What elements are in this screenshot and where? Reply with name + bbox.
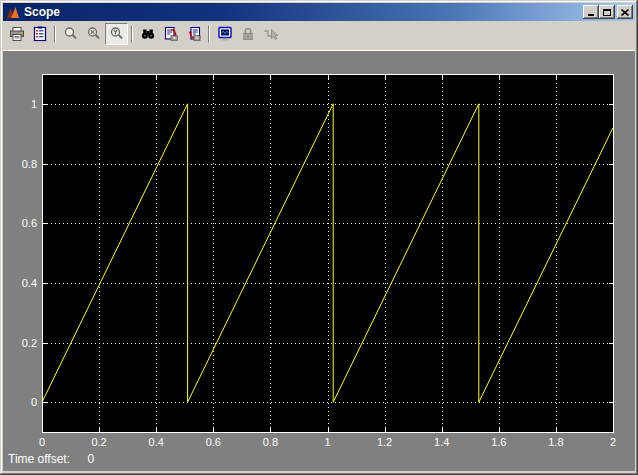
- svg-text:0.4: 0.4: [149, 436, 164, 448]
- zoom-y-icon: [109, 26, 125, 42]
- signal-selection-button[interactable]: [259, 23, 282, 45]
- toolbar-separator: [54, 25, 56, 43]
- matlab-logo-icon: [5, 5, 21, 19]
- scope-plot[interactable]: 00.20.40.60.811.21.41.61.8200.20.40.60.8…: [3, 51, 635, 471]
- svg-text:0.6: 0.6: [206, 436, 221, 448]
- signal-selection-icon: [263, 26, 279, 42]
- maximize-icon: [603, 9, 611, 16]
- svg-text:0.4: 0.4: [22, 277, 37, 289]
- titlebar[interactable]: Scope: [3, 3, 635, 21]
- svg-text:1: 1: [324, 436, 330, 448]
- scope-window: Scope: [0, 0, 638, 475]
- floating-scope-icon: [217, 26, 233, 42]
- zoom-x-icon: [86, 26, 102, 42]
- svg-text:0.8: 0.8: [263, 436, 278, 448]
- lock-axes-button[interactable]: [236, 23, 259, 45]
- autoscale-button[interactable]: [136, 23, 159, 45]
- binoculars-icon: [140, 26, 156, 42]
- close-button[interactable]: [617, 5, 633, 19]
- time-offset-label: Time offset:: [8, 452, 70, 466]
- svg-text:1: 1: [31, 98, 37, 110]
- window-title: Scope: [24, 3, 583, 21]
- restore-axes-button[interactable]: [182, 23, 205, 45]
- time-offset: Time offset: 0: [8, 452, 94, 466]
- toolbar-separator: [208, 25, 210, 43]
- print-button[interactable]: [5, 23, 28, 45]
- svg-text:0.2: 0.2: [22, 337, 37, 349]
- svg-text:1.4: 1.4: [434, 436, 449, 448]
- svg-text:0.8: 0.8: [22, 158, 37, 170]
- svg-text:0: 0: [39, 436, 45, 448]
- zoom-button[interactable]: [59, 23, 82, 45]
- time-offset-value: 0: [87, 452, 94, 466]
- save-axes-button[interactable]: [159, 23, 182, 45]
- save-axes-icon: [163, 26, 179, 42]
- minimize-icon: [588, 14, 594, 16]
- figure-area: 00.20.40.60.811.21.41.61.8200.20.40.60.8…: [3, 51, 635, 471]
- parameters-icon: [32, 26, 48, 42]
- parameters-button[interactable]: [28, 23, 51, 45]
- svg-text:0: 0: [31, 396, 37, 408]
- toolbar-separator: [131, 25, 133, 43]
- close-icon: [621, 9, 629, 16]
- svg-text:1.2: 1.2: [377, 436, 392, 448]
- svg-text:1.8: 1.8: [548, 436, 563, 448]
- zoom-y-button[interactable]: [105, 23, 128, 45]
- restore-axes-icon: [186, 26, 202, 42]
- svg-text:0.6: 0.6: [22, 217, 37, 229]
- svg-text:2: 2: [610, 436, 616, 448]
- svg-text:1.6: 1.6: [491, 436, 506, 448]
- floating-scope-button[interactable]: [213, 23, 236, 45]
- zoom-icon: [63, 26, 79, 42]
- svg-text:0.2: 0.2: [91, 436, 106, 448]
- lock-icon: [240, 26, 256, 42]
- zoom-x-button[interactable]: [82, 23, 105, 45]
- toolbar: [3, 21, 635, 45]
- maximize-button[interactable]: [599, 5, 615, 19]
- minimize-button[interactable]: [583, 5, 599, 19]
- printer-icon: [9, 26, 25, 42]
